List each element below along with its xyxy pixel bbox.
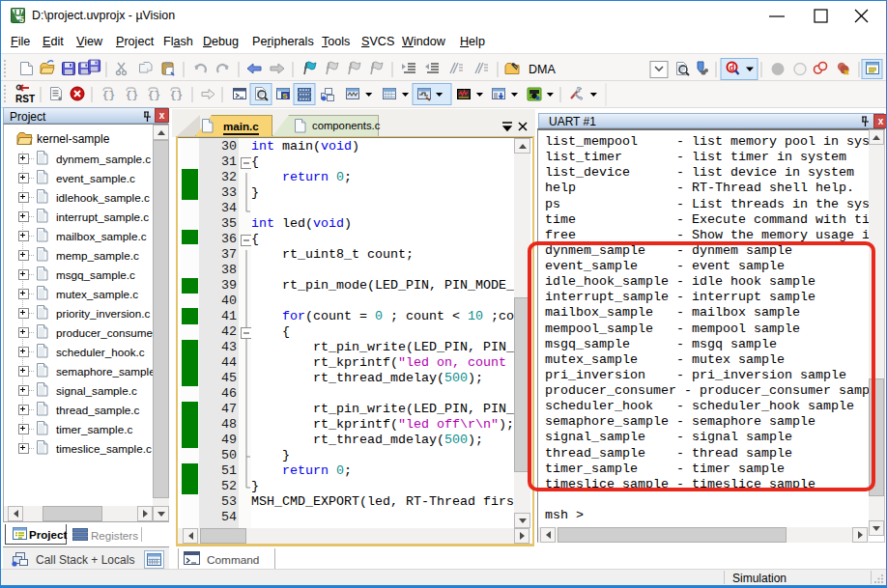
svg-text:5: 5 xyxy=(19,14,24,24)
svg-text:DMA: DMA xyxy=(529,63,556,76)
svg-text:RST: RST xyxy=(15,94,35,104)
